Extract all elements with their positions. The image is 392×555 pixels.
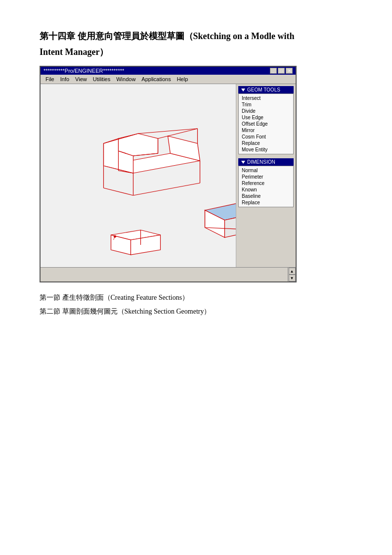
svg-line-14: [104, 188, 133, 195]
menu-info[interactable]: Info: [57, 76, 72, 83]
minimize-button[interactable]: _: [270, 68, 277, 74]
close-button[interactable]: ✕: [286, 68, 293, 74]
geom-item-intersect[interactable]: Intersect: [239, 95, 293, 101]
status-bar: [41, 268, 288, 281]
dimension-items: Normal Perimeter Reference Known Baselin…: [238, 166, 294, 207]
dimension-label: DIMENSION: [247, 159, 275, 165]
dim-item-replace[interactable]: Replace: [239, 199, 293, 206]
section-one: 第一節 產生特徵剖面（Creating Feature Sections）: [40, 292, 352, 303]
geom-item-use-edge[interactable]: Use Edge: [239, 114, 293, 121]
menu-utilities[interactable]: Utilities: [90, 76, 113, 83]
canvas-area[interactable]: [41, 84, 236, 267]
geom-tools-section: GEOM TOOLS Intersect Trim Divide Use Edg…: [238, 86, 294, 154]
dimension-header: DIMENSION: [238, 158, 294, 166]
menu-file[interactable]: File: [43, 76, 57, 83]
svg-line-15: [133, 183, 200, 195]
geom-tools-items: Intersect Trim Divide Use Edge Offset Ed…: [238, 93, 294, 154]
geom-item-divide[interactable]: Divide: [239, 108, 293, 114]
scroll-up-button[interactable]: ▲: [289, 268, 296, 275]
dim-item-known[interactable]: Known: [239, 186, 293, 193]
geom-item-move-entity[interactable]: Move Entity: [239, 146, 293, 153]
dimension-section: DIMENSION Normal Perimeter Reference Kno…: [238, 158, 294, 207]
geom-item-replace[interactable]: Replace: [239, 140, 293, 146]
menu-applications[interactable]: Applications: [138, 76, 174, 83]
window-titlebar: **********Pro/ENGINEER********** _ □ ✕: [41, 67, 296, 75]
dim-item-normal[interactable]: Normal: [239, 167, 293, 174]
pro-engineer-window: **********Pro/ENGINEER********** _ □ ✕ F…: [40, 66, 297, 282]
dim-item-baseline[interactable]: Baseline: [239, 193, 293, 199]
geom-tools-header: GEOM TOOLS: [238, 86, 294, 93]
menu-view[interactable]: View: [72, 76, 90, 83]
dimension-triangle-icon: [241, 161, 245, 164]
right-panel: GEOM TOOLS Intersect Trim Divide Use Edg…: [236, 84, 296, 267]
scroll-down-button[interactable]: ▼: [289, 275, 296, 281]
window-content: GEOM TOOLS Intersect Trim Divide Use Edg…: [41, 84, 296, 267]
page-title-line1: 第十四章 使用意向管理員於模型草圖（Sketching on a Modle w…: [40, 30, 352, 43]
sketch-svg: [41, 84, 236, 267]
geom-item-cosm-font[interactable]: Cosm Font: [239, 134, 293, 140]
menu-window[interactable]: Window: [113, 76, 138, 83]
geom-item-mirror[interactable]: Mirror: [239, 127, 293, 134]
maximize-button[interactable]: □: [278, 68, 285, 74]
section-two: 第二節 草圖剖面幾何圖元（Sketching Section Geometry）: [40, 306, 352, 317]
dim-item-perimeter[interactable]: Perimeter: [239, 174, 293, 180]
titlebar-buttons: _ □ ✕: [270, 68, 293, 74]
menu-bar: File Info View Utilities Window Applicat…: [41, 75, 296, 84]
geom-item-offset-edge[interactable]: Offset Edge: [239, 121, 293, 127]
geom-tools-triangle-icon: [241, 89, 245, 92]
window-title: **********Pro/ENGINEER**********: [44, 68, 124, 74]
vertical-scrollbar[interactable]: ▲ ▼: [288, 268, 296, 281]
dim-item-reference[interactable]: Reference: [239, 180, 293, 186]
geom-item-trim[interactable]: Trim: [239, 101, 293, 108]
svg-marker-3: [119, 134, 158, 156]
page-title-line2: Intent Manager）: [40, 46, 352, 58]
status-bar-row: ▲ ▼: [41, 267, 296, 281]
geom-tools-label: GEOM TOOLS: [247, 87, 280, 92]
menu-help[interactable]: Help: [174, 76, 191, 83]
